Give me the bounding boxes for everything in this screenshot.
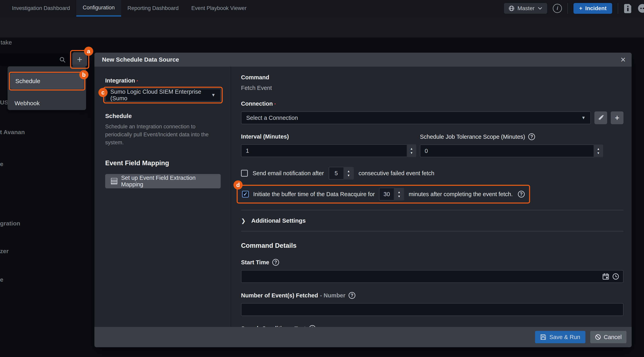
spin-up-icon[interactable]: ▲: [347, 170, 350, 173]
connection-select[interactable]: Select a Connection ▼: [241, 111, 591, 124]
modal-header: New Schedule Data Source ×: [94, 53, 632, 67]
sidebar-partial-intake-label: take: [0, 39, 12, 46]
integration-select[interactable]: Sumo Logic Cloud SIEM Enterprise (Sumo ▼: [105, 89, 221, 102]
help-icon[interactable]: ?: [272, 259, 279, 266]
tolerance-stepper[interactable]: ▲ ▼: [594, 145, 603, 157]
add-incident-button[interactable]: + Incident: [574, 3, 612, 14]
spin-up-icon[interactable]: ▲: [410, 147, 413, 150]
incident-button-label: Incident: [585, 5, 606, 12]
interval-input-group: 1 ▲ ▼: [241, 144, 416, 157]
add-source-dropdown-menu: Schedule Webhook: [8, 66, 86, 110]
menu-item-webhook[interactable]: Webhook: [12, 98, 80, 108]
schedule-description: Schedule an Integration connection to pe…: [105, 123, 209, 147]
sidebar-partial-label: e: [0, 276, 4, 283]
plus-icon: +: [615, 113, 619, 122]
save-and-run-label: Save & Run: [550, 334, 580, 340]
cancel-button[interactable]: Cancel: [590, 331, 626, 343]
tolerance-label: Schedule Job Tolerance Scope (Minutes): [420, 134, 525, 140]
table-grid-icon: [111, 178, 118, 185]
divider: [241, 231, 624, 231]
help-icon[interactable]: ?: [528, 133, 535, 140]
sidebar-search-input[interactable]: [0, 54, 69, 66]
topbar-divider: [568, 3, 568, 14]
setup-field-extraction-mapping-button[interactable]: Set up Event Field Extraction Mapping: [105, 174, 221, 188]
sidebar-partial-label: zer: [0, 248, 8, 254]
spin-down-icon[interactable]: ▼: [347, 174, 350, 177]
plus-icon: +: [77, 54, 82, 65]
events-fetched-input[interactable]: [241, 303, 624, 316]
close-icon[interactable]: ×: [620, 55, 626, 64]
spin-down-icon[interactable]: ▼: [398, 195, 400, 198]
sidebar-partial-label: gration: [0, 220, 20, 227]
event-field-mapping-heading: Event Field Mapping: [105, 159, 221, 167]
chat-dots-icon[interactable]: [638, 4, 644, 13]
modal-footer: Save & Run Cancel: [94, 327, 632, 347]
mapping-button-label: Set up Event Field Extraction Mapping: [121, 175, 215, 188]
help-icon[interactable]: ?: [518, 191, 525, 198]
events-fetched-label: Number of Event(s) Fetched: [241, 292, 318, 299]
add-data-source-button[interactable]: +: [72, 52, 87, 67]
topbar-right-controls: Master i + Incident: [504, 0, 644, 17]
add-connection-button[interactable]: +: [611, 111, 624, 124]
start-time-input[interactable]: [241, 270, 624, 283]
buffer-time-checkbox[interactable]: ✓: [242, 191, 249, 198]
master-label: Master: [518, 5, 535, 12]
email-text-before: Send email notification after: [252, 170, 324, 177]
email-count-stepper[interactable]: ▲ ▼: [344, 167, 354, 180]
events-fetched-type: - Number: [320, 292, 346, 299]
buffer-minutes-input-group: 30 ▲ ▼: [379, 188, 404, 201]
integration-label: Integration: [105, 77, 135, 84]
edit-connection-button[interactable]: [594, 111, 607, 124]
interval-input[interactable]: 1: [241, 144, 407, 157]
command-value: Fetch Event: [241, 85, 624, 91]
spin-down-icon[interactable]: ▼: [597, 152, 600, 154]
menu-item-schedule[interactable]: Schedule: [10, 73, 84, 89]
cancel-label: Cancel: [604, 334, 622, 340]
interval-label: Interval (Minutes): [241, 133, 416, 140]
additional-settings-toggle[interactable]: ❯ Additional Settings: [241, 210, 624, 231]
required-marker: *: [137, 80, 138, 83]
no-entry-icon: [595, 334, 601, 340]
chevron-right-icon: ❯: [241, 217, 246, 224]
document-info-icon[interactable]: [624, 4, 632, 13]
buffer-time-row: ✓ Initiate the buffer time of the Data R…: [237, 185, 530, 203]
sidebar-partial-label: e: [0, 161, 4, 167]
nav-tabs: Investigation Dashboard Configuration Re…: [6, 0, 253, 17]
info-icon[interactable]: i: [553, 4, 562, 13]
annotation-marker-b: b: [79, 70, 88, 79]
integration-selected-value: Sumo Logic Cloud SIEM Enterprise (Sumo: [110, 89, 211, 102]
email-notification-row: Send email notification after 5 ▲ ▼ cons…: [241, 167, 624, 180]
caret-down-icon: ▼: [581, 115, 586, 120]
email-count-input[interactable]: 5: [329, 167, 344, 180]
help-icon[interactable]: ?: [348, 292, 355, 299]
email-notification-checkbox[interactable]: [241, 170, 248, 177]
email-count-input-group: 5 ▲ ▼: [329, 167, 354, 180]
tab-configuration[interactable]: Configuration: [76, 0, 121, 17]
spin-up-icon[interactable]: ▲: [398, 191, 400, 194]
master-selector[interactable]: Master: [504, 3, 548, 14]
plus-icon: +: [579, 5, 582, 12]
tolerance-input[interactable]: 0: [420, 145, 594, 157]
tab-reporting-dashboard[interactable]: Reporting Dashboard: [121, 0, 185, 17]
required-marker: *: [274, 103, 276, 106]
connection-placeholder: Select a Connection: [246, 115, 298, 121]
clock-icon[interactable]: [612, 273, 619, 280]
tab-event-playbook-viewer[interactable]: Event Playbook Viewer: [185, 0, 253, 17]
spin-down-icon[interactable]: ▼: [410, 151, 413, 154]
interval-stepper[interactable]: ▲ ▼: [407, 144, 416, 157]
schedule-heading: Schedule: [105, 113, 221, 119]
modal-left-panel: Integration* Sumo Logic Cloud SIEM Enter…: [94, 67, 231, 327]
buffer-minutes-stepper[interactable]: ▲ ▼: [394, 188, 404, 201]
tab-investigation-dashboard[interactable]: Investigation Dashboard: [6, 0, 76, 17]
connection-label: Connection: [241, 101, 273, 107]
calendar-icon[interactable]: [602, 273, 609, 280]
pencil-icon: [598, 114, 604, 121]
buffer-text-after: minutes after completing the event fetch…: [408, 191, 512, 198]
spin-up-icon[interactable]: ▲: [597, 147, 600, 150]
annotation-marker-d: d: [234, 180, 242, 190]
search-icon: [59, 56, 66, 63]
save-and-run-button[interactable]: Save & Run: [535, 331, 586, 343]
buffer-minutes-input[interactable]: 30: [379, 188, 394, 201]
modal-right-panel: Command Fetch Event Connection* Select a…: [231, 67, 632, 327]
modal-body: Integration* Sumo Logic Cloud SIEM Enter…: [94, 67, 632, 327]
